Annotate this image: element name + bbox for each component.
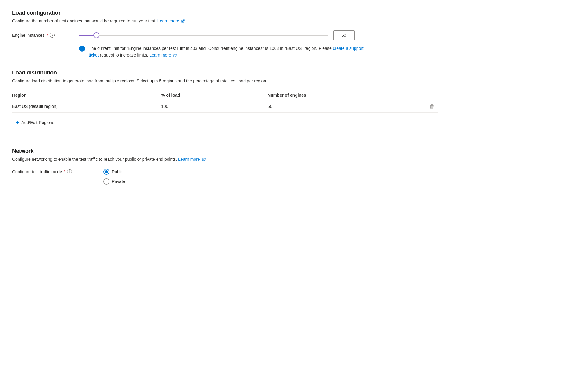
add-edit-regions-button[interactable]: + Add/Edit Regions	[12, 118, 58, 127]
info-message-text: The current limit for "Engine instances …	[89, 45, 371, 59]
info-learn-more-link[interactable]: Learn more	[149, 53, 176, 57]
configure-traffic-row: Configure test traffic mode * i Public P…	[12, 169, 576, 185]
table-header-row: Region % of load Number of engines	[12, 90, 438, 100]
slider-track[interactable]	[79, 35, 328, 36]
load-distribution-description: Configure load distribution to generate …	[12, 78, 576, 84]
radio-row-private[interactable]: Private	[103, 178, 125, 185]
engine-instances-row: Engine instances * i 50	[12, 30, 576, 40]
network-section: Network Configure networking to enable t…	[12, 148, 576, 185]
load-config-learn-more-link[interactable]: Learn more	[157, 19, 185, 23]
load-distribution-table: Region % of load Number of engines East …	[12, 90, 438, 113]
radio-private-label: Private	[112, 179, 125, 184]
engine-instances-label-group: Engine instances * i	[12, 33, 73, 38]
radio-public[interactable]	[103, 169, 109, 175]
col-header-load: % of load	[161, 90, 268, 100]
col-header-action	[395, 90, 438, 100]
traffic-mode-required: *	[64, 169, 65, 174]
info-external-link-icon	[173, 54, 177, 57]
radio-public-fill	[105, 170, 108, 173]
load-config-desc-text: Configure the number of test engines tha…	[12, 19, 156, 23]
load-config-description: Configure the number of test engines tha…	[12, 18, 576, 24]
table-row: East US (default region) 100 50	[12, 100, 438, 112]
col-header-region: Region	[12, 90, 161, 100]
delete-row-button[interactable]	[395, 104, 434, 109]
slider-value-display[interactable]: 50	[333, 30, 355, 40]
slider-thumb[interactable]	[93, 32, 99, 38]
svg-rect-1	[430, 105, 434, 105]
engine-limit-info-box: i The current limit for "Engine instance…	[79, 45, 371, 59]
plus-icon: +	[16, 120, 19, 125]
engine-instances-label: Engine instances	[12, 33, 45, 38]
col-header-engines: Number of engines	[268, 90, 395, 100]
load-distribution-section: Load distribution Configure load distrib…	[12, 70, 576, 137]
load-distribution-title: Load distribution	[12, 70, 576, 76]
num-engines-cell: 50	[268, 100, 395, 112]
traffic-mode-info-icon[interactable]: i	[67, 169, 72, 174]
slider-container: 50	[79, 30, 576, 40]
delete-row-cell	[395, 100, 438, 112]
external-link-icon	[181, 19, 185, 23]
radio-row-public[interactable]: Public	[103, 169, 125, 175]
radio-private[interactable]	[103, 178, 109, 185]
traffic-mode-radio-group: Public Private	[103, 169, 125, 185]
engine-instances-info-icon[interactable]: i	[50, 33, 55, 38]
add-edit-regions-label: Add/Edit Regions	[21, 120, 54, 125]
load-config-title: Load configuration	[12, 10, 576, 16]
traffic-mode-label: Configure test traffic mode	[12, 169, 62, 174]
load-percent-cell: 100	[161, 100, 268, 112]
network-learn-more-link[interactable]: Learn more	[178, 157, 205, 162]
network-title: Network	[12, 148, 576, 154]
network-description: Configure networking to enable the test …	[12, 156, 576, 163]
radio-public-label: Public	[112, 169, 123, 174]
engine-instances-required: *	[47, 33, 48, 38]
info-circle-icon: i	[79, 46, 85, 52]
network-external-link-icon	[202, 158, 206, 161]
trash-icon	[429, 104, 434, 109]
region-cell: East US (default region)	[12, 100, 161, 112]
traffic-mode-label-group: Configure test traffic mode * i	[12, 169, 85, 174]
load-configuration-section: Load configuration Configure the number …	[12, 10, 576, 59]
svg-rect-0	[431, 104, 433, 105]
info-after-link-text: request to increase limits.	[100, 53, 148, 57]
